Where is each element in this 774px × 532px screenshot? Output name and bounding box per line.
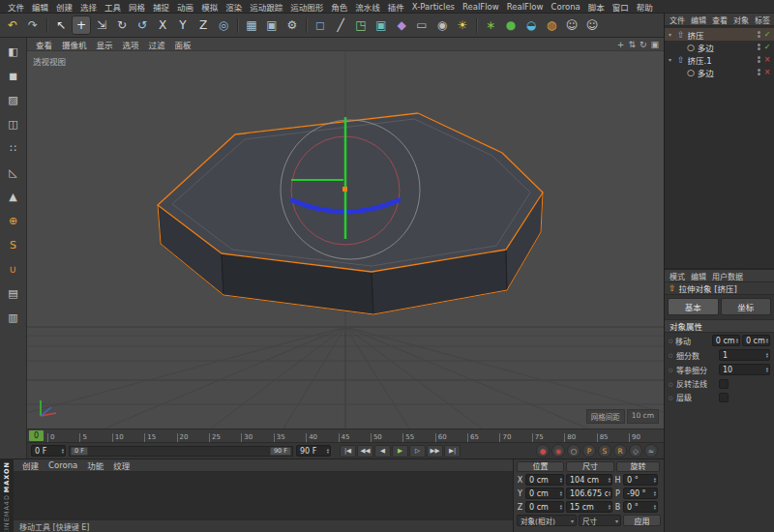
timeline-tick[interactable]: 60	[435, 433, 467, 442]
material-list[interactable]	[14, 472, 513, 520]
enable-state-icon[interactable]: ✓	[763, 30, 771, 39]
subdivision-field[interactable]: 1▴▾	[719, 349, 770, 361]
rotation-b-field[interactable]: 0 °▴▾	[623, 501, 658, 513]
spinner[interactable]: ▴▾	[609, 477, 610, 484]
record-scale-toggle[interactable]: S	[598, 444, 611, 458]
team-render-machines-icon[interactable]: ☺	[582, 15, 602, 35]
spinner[interactable]: ▴▾	[327, 448, 329, 455]
spinner[interactable]: ▴▾	[736, 338, 738, 344]
workplane-lock-icon[interactable]: ▤	[4, 284, 23, 303]
add-floor-icon[interactable]: ▭	[412, 15, 432, 35]
size-x-field[interactable]: 104 cm▴▾	[566, 474, 612, 486]
material-menu-item[interactable]: 创建	[17, 459, 44, 471]
move-tool-icon[interactable]: +	[72, 15, 91, 35]
snap-icon[interactable]: ∪	[4, 260, 23, 279]
visibility-dots[interactable]	[758, 31, 760, 38]
timeline-tick[interactable]: 5	[79, 433, 111, 442]
live-selection-tool-icon[interactable]: ↖	[51, 15, 71, 35]
team-render-icon[interactable]: ☺	[562, 15, 581, 35]
size-y-field[interactable]: 106.675 cm▴▾	[566, 488, 612, 499]
x-axis-lock-icon[interactable]: X	[153, 15, 172, 35]
menu-item[interactable]: 网格	[125, 1, 149, 13]
record-rotation-toggle[interactable]: R	[613, 444, 627, 458]
object-row[interactable]: ○ 多边 ✓	[665, 41, 774, 53]
spinner[interactable]: ▴▾	[654, 504, 656, 511]
autokey-button[interactable]: ◉	[551, 444, 565, 458]
make-editable-icon[interactable]: ◧	[4, 43, 23, 61]
timeline-tick[interactable]: 90	[629, 433, 661, 442]
spinner[interactable]: ▴▾	[560, 490, 562, 497]
anim-dot-icon[interactable]: ○	[669, 338, 673, 343]
viewport-menu-item[interactable]: 摄像机	[57, 39, 92, 50]
record-pla-toggle[interactable]: ≈	[644, 444, 658, 458]
timeline-tick[interactable]: 55	[402, 433, 434, 442]
timeline-tick[interactable]: 35	[274, 433, 306, 442]
timeline-tick[interactable]: 70	[499, 433, 531, 442]
enable-axis-icon[interactable]: ⊕	[4, 212, 23, 230]
timeline-tick[interactable]: 75	[532, 433, 564, 442]
tab-coordinates[interactable]: 坐标	[721, 298, 772, 315]
attribute-menu-item[interactable]: 编辑	[688, 271, 709, 281]
prev-key-button[interactable]: ◀◀	[357, 445, 373, 458]
texture-mode-icon[interactable]: ▨	[4, 91, 23, 109]
dolly-view-icon[interactable]: ⇅	[628, 40, 636, 49]
menu-item[interactable]: RealFlow	[503, 2, 548, 12]
range-end-handle[interactable]: 90 F	[270, 447, 291, 456]
redo-icon[interactable]: ↷	[23, 15, 43, 35]
position-z-field[interactable]: 0 cm▴▾	[525, 501, 564, 513]
menu-item[interactable]: X-Particles	[408, 2, 459, 12]
menu-item[interactable]: 模拟	[197, 1, 222, 13]
movement-y-field[interactable]: 0 cm▴▾	[742, 335, 770, 346]
menu-item[interactable]: 角色	[327, 1, 351, 13]
realflow-icon[interactable]: ◒	[521, 15, 541, 35]
toggle-view-icon[interactable]: ▣	[650, 40, 659, 49]
pan-view-icon[interactable]: +	[617, 40, 625, 49]
size-z-field[interactable]: 15 cm▴▾	[566, 501, 612, 513]
object-properties-header[interactable]: 对象属性	[665, 319, 774, 333]
apply-button[interactable]: 应用	[623, 515, 661, 526]
viewport-filter-icon[interactable]: ▥	[4, 309, 23, 327]
add-spline-icon[interactable]: ╱	[331, 15, 350, 35]
timeline-tick[interactable]: 30	[241, 433, 273, 442]
object-row[interactable]: ○ 多边 ×	[665, 66, 774, 78]
frame-range-slider[interactable]: 0 F 90 F	[69, 446, 293, 457]
render-settings-icon[interactable]: ⚙	[283, 15, 302, 35]
rotate-tool-icon[interactable]: ↻	[112, 15, 132, 35]
timeline-tick[interactable]: 0	[47, 433, 79, 442]
spinner[interactable]: ▴▾	[609, 504, 610, 511]
workplane-mode-icon[interactable]: ◫	[4, 115, 23, 133]
play-button[interactable]: ▶	[392, 445, 408, 458]
menu-item[interactable]: 工具	[101, 1, 125, 13]
object-manager-menu-item[interactable]: 编辑	[688, 15, 709, 25]
spinner[interactable]: ▴▾	[766, 338, 768, 344]
object-row[interactable]: ▾ ⇧ 挤压.1 ×	[665, 53, 774, 66]
keyframe-selection-button[interactable]: ○	[567, 444, 580, 458]
material-menu-item[interactable]: 功能	[82, 459, 108, 471]
menu-item[interactable]: 运动跟踪	[246, 1, 286, 13]
rotation-h-field[interactable]: 0 °▴▾	[623, 474, 658, 486]
menu-item[interactable]: 运动图形	[286, 1, 327, 13]
menu-item[interactable]: 帮助	[633, 1, 657, 13]
model-mode-icon[interactable]: ◼	[4, 67, 23, 85]
add-cube-icon[interactable]: ◻	[311, 15, 330, 35]
anim-dot-icon[interactable]: ○	[669, 367, 674, 372]
expand-arrow-icon[interactable]: ▾	[669, 31, 674, 38]
spinner[interactable]: ▴▾	[654, 490, 656, 497]
timeline-tick[interactable]: 40	[306, 433, 338, 442]
xparticles-icon[interactable]: ∗	[481, 15, 500, 35]
menu-item[interactable]: 文件	[4, 1, 28, 13]
menu-item[interactable]: 脚本	[584, 1, 609, 13]
spinner[interactable]: ▴▾	[560, 477, 562, 484]
scale-tool-icon[interactable]: ⇲	[92, 15, 111, 35]
menu-item[interactable]: 流水线	[351, 1, 384, 13]
viewport-menu-item[interactable]: 显示	[92, 39, 118, 50]
spinner[interactable]: ▴▾	[560, 504, 562, 511]
visibility-dots[interactable]	[758, 56, 760, 63]
menu-item[interactable]: 编辑	[28, 1, 52, 13]
position-y-field[interactable]: 0 cm▴▾	[525, 488, 564, 499]
menu-item[interactable]: 插件	[384, 1, 408, 13]
anim-dot-icon[interactable]: ○	[669, 395, 674, 400]
movement-x-field[interactable]: 0 cm▴▾	[712, 335, 740, 346]
enable-state-icon[interactable]: ×	[763, 68, 771, 76]
hierarchical-checkbox[interactable]	[719, 393, 729, 402]
